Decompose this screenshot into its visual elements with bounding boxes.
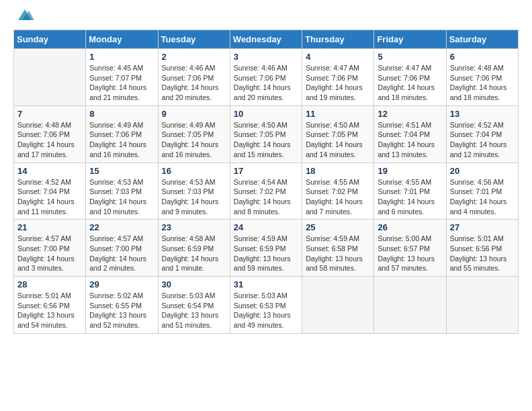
day-number: 11 [306,109,370,119]
day-info: Sunrise: 4:55 AM Sunset: 7:02 PM Dayligh… [306,177,370,217]
calendar-cell: 2Sunrise: 4:46 AM Sunset: 7:06 PM Daylig… [158,49,230,106]
day-info: Sunrise: 4:47 AM Sunset: 7:06 PM Dayligh… [378,63,442,103]
calendar-cell: 22Sunrise: 4:57 AM Sunset: 7:00 PM Dayli… [86,220,158,277]
day-number: 6 [450,52,515,62]
day-info: Sunrise: 4:50 AM Sunset: 7:05 PM Dayligh… [306,120,370,160]
day-info: Sunrise: 4:47 AM Sunset: 7:06 PM Dayligh… [306,63,370,103]
day-number: 12 [378,109,442,119]
day-info: Sunrise: 4:46 AM Sunset: 7:06 PM Dayligh… [234,63,298,103]
day-number: 3 [234,52,298,62]
day-info: Sunrise: 4:50 AM Sunset: 7:05 PM Dayligh… [234,120,298,160]
day-info: Sunrise: 4:48 AM Sunset: 7:06 PM Dayligh… [450,63,515,103]
day-number: 1 [89,52,154,62]
weekday-header: Tuesday [158,30,230,49]
weekday-header: Thursday [302,30,374,49]
day-info: Sunrise: 4:46 AM Sunset: 7:06 PM Dayligh… [162,63,226,103]
weekday-header: Sunday [14,30,86,49]
calendar-cell: 6Sunrise: 4:48 AM Sunset: 7:06 PM Daylig… [446,49,518,106]
day-number: 29 [89,279,154,289]
calendar-cell: 16Sunrise: 4:53 AM Sunset: 7:03 PM Dayli… [158,163,230,220]
weekday-header: Friday [374,30,446,49]
calendar-cell: 10Sunrise: 4:50 AM Sunset: 7:05 PM Dayli… [230,105,302,163]
day-info: Sunrise: 4:57 AM Sunset: 7:00 PM Dayligh… [17,234,82,273]
day-info: Sunrise: 4:53 AM Sunset: 7:03 PM Dayligh… [162,177,226,217]
day-number: 19 [378,166,442,176]
calendar-cell: 23Sunrise: 4:58 AM Sunset: 6:59 PM Dayli… [158,220,230,277]
calendar-cell: 25Sunrise: 4:59 AM Sunset: 6:58 PM Dayli… [302,220,374,277]
day-number: 25 [306,222,370,232]
calendar-cell [374,277,446,334]
day-info: Sunrise: 4:56 AM Sunset: 7:01 PM Dayligh… [450,177,515,217]
day-info: Sunrise: 4:49 AM Sunset: 7:05 PM Dayligh… [162,120,226,160]
calendar-cell: 7Sunrise: 4:48 AM Sunset: 7:06 PM Daylig… [14,105,86,163]
calendar-cell: 19Sunrise: 4:55 AM Sunset: 7:01 PM Dayli… [374,163,446,220]
day-number: 13 [450,109,515,119]
day-info: Sunrise: 5:03 AM Sunset: 6:54 PM Dayligh… [162,291,226,330]
day-number: 2 [162,52,226,62]
calendar-week-row: 28Sunrise: 5:01 AM Sunset: 6:56 PM Dayli… [14,277,519,334]
calendar-cell: 1Sunrise: 4:45 AM Sunset: 7:07 PM Daylig… [86,49,158,106]
day-info: Sunrise: 5:01 AM Sunset: 6:56 PM Dayligh… [450,234,515,273]
page-header [13,13,519,23]
calendar-cell: 14Sunrise: 4:52 AM Sunset: 7:04 PM Dayli… [14,163,86,220]
day-number: 15 [89,166,154,176]
day-number: 5 [378,52,442,62]
calendar-cell: 27Sunrise: 5:01 AM Sunset: 6:56 PM Dayli… [446,220,518,277]
day-info: Sunrise: 5:03 AM Sunset: 6:53 PM Dayligh… [234,291,298,330]
weekday-header: Saturday [446,30,518,49]
calendar-cell: 15Sunrise: 4:53 AM Sunset: 7:03 PM Dayli… [86,163,158,220]
weekday-header-row: SundayMondayTuesdayWednesdayThursdayFrid… [14,30,519,49]
calendar-cell: 18Sunrise: 4:55 AM Sunset: 7:02 PM Dayli… [302,163,374,220]
calendar-week-row: 1Sunrise: 4:45 AM Sunset: 7:07 PM Daylig… [14,49,519,106]
day-info: Sunrise: 4:58 AM Sunset: 6:59 PM Dayligh… [162,234,226,273]
calendar-cell: 31Sunrise: 5:03 AM Sunset: 6:53 PM Dayli… [230,277,302,334]
day-number: 4 [306,52,370,62]
calendar-cell: 11Sunrise: 4:50 AM Sunset: 7:05 PM Dayli… [302,105,374,163]
calendar-cell: 20Sunrise: 4:56 AM Sunset: 7:01 PM Dayli… [446,163,518,220]
day-number: 23 [162,222,226,232]
day-number: 8 [89,109,154,119]
calendar-cell: 30Sunrise: 5:03 AM Sunset: 6:54 PM Dayli… [158,277,230,334]
weekday-header: Wednesday [230,30,302,49]
day-number: 14 [17,166,82,176]
day-number: 26 [378,222,442,232]
calendar-cell: 28Sunrise: 5:01 AM Sunset: 6:56 PM Dayli… [14,277,86,334]
day-info: Sunrise: 4:52 AM Sunset: 7:04 PM Dayligh… [17,177,82,217]
day-number: 9 [162,109,226,119]
day-number: 21 [17,222,82,232]
day-number: 31 [234,279,298,289]
day-number: 27 [450,222,515,232]
day-number: 7 [17,109,82,119]
calendar-cell: 12Sunrise: 4:51 AM Sunset: 7:04 PM Dayli… [374,105,446,163]
day-number: 18 [306,166,370,176]
day-number: 22 [89,222,154,232]
day-info: Sunrise: 5:02 AM Sunset: 6:55 PM Dayligh… [89,291,154,330]
calendar-cell: 17Sunrise: 4:54 AM Sunset: 7:02 PM Dayli… [230,163,302,220]
calendar-table: SundayMondayTuesdayWednesdayThursdayFrid… [13,30,519,334]
day-info: Sunrise: 4:59 AM Sunset: 6:59 PM Dayligh… [234,234,298,273]
calendar-cell: 13Sunrise: 4:52 AM Sunset: 7:04 PM Dayli… [446,105,518,163]
day-info: Sunrise: 4:53 AM Sunset: 7:03 PM Dayligh… [89,177,154,217]
calendar-cell [14,49,86,106]
calendar-cell: 9Sunrise: 4:49 AM Sunset: 7:05 PM Daylig… [158,105,230,163]
day-number: 20 [450,166,515,176]
day-number: 17 [234,166,298,176]
calendar-cell: 5Sunrise: 4:47 AM Sunset: 7:06 PM Daylig… [374,49,446,106]
calendar-cell: 21Sunrise: 4:57 AM Sunset: 7:00 PM Dayli… [14,220,86,277]
day-info: Sunrise: 4:59 AM Sunset: 6:58 PM Dayligh… [306,234,370,273]
day-info: Sunrise: 4:49 AM Sunset: 7:06 PM Dayligh… [89,120,154,160]
day-info: Sunrise: 4:55 AM Sunset: 7:01 PM Dayligh… [378,177,442,217]
day-number: 28 [17,279,82,289]
calendar-week-row: 7Sunrise: 4:48 AM Sunset: 7:06 PM Daylig… [14,105,519,163]
logo-icon [15,8,34,23]
calendar-cell: 4Sunrise: 4:47 AM Sunset: 7:06 PM Daylig… [302,49,374,106]
calendar-cell: 24Sunrise: 4:59 AM Sunset: 6:59 PM Dayli… [230,220,302,277]
calendar-cell: 26Sunrise: 5:00 AM Sunset: 6:57 PM Dayli… [374,220,446,277]
day-info: Sunrise: 4:45 AM Sunset: 7:07 PM Dayligh… [89,63,154,103]
day-info: Sunrise: 4:48 AM Sunset: 7:06 PM Dayligh… [17,120,82,160]
day-number: 10 [234,109,298,119]
calendar-cell: 3Sunrise: 4:46 AM Sunset: 7:06 PM Daylig… [230,49,302,106]
calendar-cell: 8Sunrise: 4:49 AM Sunset: 7:06 PM Daylig… [86,105,158,163]
calendar-cell [302,277,374,334]
calendar-week-row: 21Sunrise: 4:57 AM Sunset: 7:00 PM Dayli… [14,220,519,277]
